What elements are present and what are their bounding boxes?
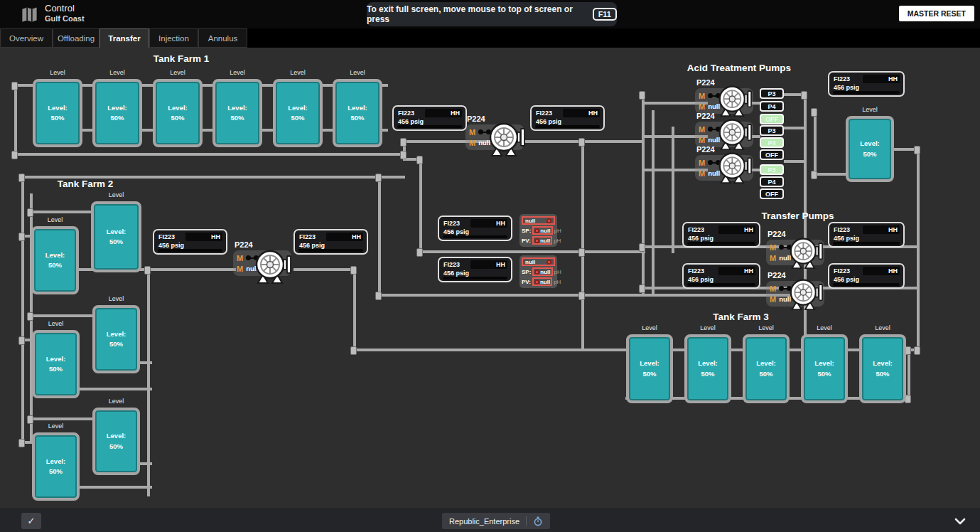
fi-trend-bar [443,235,507,238]
tf1-tank-2[interactable]: Level Level:50% [92,69,142,147]
tank-body: Level:50% [626,334,673,403]
centrifugal-pump-icon[interactable] [787,235,824,270]
pipe-joint [639,284,645,293]
pipe-segment [652,110,655,297]
flow-indicator-mid-2[interactable]: FI223HH 456 psig [438,257,512,282]
app-title: Control [45,3,75,14]
pipe-joint [375,174,382,182]
tf1-tank-1[interactable]: Level Level:50% [33,69,82,147]
centrifugal-pump-icon[interactable] [716,150,753,184]
flow-indicator-tf1-outlet[interactable]: FI223HH 456 psig [530,105,605,131]
pump-transfer-1[interactable]: P224 M MnullHz [766,230,837,265]
tf3-tank-1[interactable]: Level Level:50% [626,324,673,403]
centrifugal-pump-icon[interactable] [253,248,293,284]
flow-indicator-tf1-inlet[interactable]: FI223HH 456 psig [392,105,467,131]
stopwatch-icon [533,516,543,526]
alarm-badge-hh: HH [718,267,755,275]
acid-pump3-p3-button[interactable]: P3 [760,164,784,175]
centrifugal-pump-icon[interactable] [487,120,527,157]
acid-pump3-off-button[interactable]: OFF [760,188,784,199]
tf2-tank-3[interactable]: Level Level:50% [92,295,140,373]
fi-trend-bar [397,125,462,128]
centrifugal-pump-icon[interactable] [787,277,824,311]
pipe-segment [21,176,24,443]
alarm-badge-hh: HH [425,109,462,117]
tf2-tank-1[interactable]: Level Level:50% [91,191,141,272]
ph-alarm-value[interactable]: null [522,257,555,266]
tank-caption: Level [700,324,716,333]
pipe-segment [804,93,807,351]
master-reset-button[interactable]: MASTER RESET [899,6,974,21]
tf1-tank-4[interactable]: Level Level:50% [212,69,262,147]
pv-value[interactable]: null [532,236,552,245]
acid-pump1-p3-button[interactable]: P3 [760,88,784,99]
alarm-badge-hh: HH [185,233,222,241]
tf2-tank-4[interactable]: Level Level:50% [32,320,80,398]
pipe-joint [375,292,382,300]
tf1-tank-3[interactable]: Level Level:50% [153,69,203,147]
pipe-joint [18,439,25,447]
tf3-tank-4[interactable]: Level Level:50% [801,324,848,403]
flow-indicator-acid-tank[interactable]: FI223HH 456 psig [828,71,905,97]
ph-unit: pH [554,228,561,234]
fi-trend-bar [833,91,900,94]
pipe-joint [914,146,920,154]
sp-value[interactable]: null [532,226,552,235]
alarm-badge-hh: HH [326,233,363,241]
app-subtitle: Gulf Coast [45,14,85,23]
pump-acid-3[interactable]: P224 M MnullHz [695,145,766,181]
tab-overview[interactable]: Overview [0,28,53,48]
tab-transfer[interactable]: Transfer [99,28,149,48]
acid-tank[interactable]: Level Level:50% [846,106,894,182]
flow-indicator-tf2-outlet[interactable]: FI223HH 456 psig [294,229,368,255]
pump-acid-1[interactable]: P224 M MnullHz [695,78,766,114]
pipe-segment [14,84,17,156]
acknowledge-button[interactable]: ✓ [21,513,41,529]
tf2-tank-2[interactable]: Level Level:50% [31,216,79,294]
pump-acid-2[interactable]: P224 M MnullHz [695,112,766,147]
flow-indicator-transfer-1-inlet[interactable]: FI223HH 456 psig [682,222,760,248]
pipe-joint [18,233,25,241]
pipe-segment [80,486,152,489]
pv-value[interactable]: null [532,277,552,286]
process-canvas: Tank Farm 1 Tank Farm 2 Tank Farm 3 Acid… [0,48,980,509]
expand-panel-button[interactable] [953,514,967,528]
flow-indicator-transfer-2-outlet[interactable]: FI223HH 456 psig [828,263,905,289]
tank-body: Level:50% [212,79,262,147]
tank-body: Level:50% [153,79,203,147]
tf2-tank-6[interactable]: Level Level:50% [32,422,80,501]
fi-trend-bar [833,283,900,286]
fullscreen-notice: To exit full screen, move mouse to top o… [367,2,617,26]
tank-body: Level:50% [801,334,848,403]
tab-injection[interactable]: Injection [149,28,198,48]
flow-indicator-tf2-inlet[interactable]: FI223HH 456 psig [153,229,227,255]
tf1-tank-5[interactable]: Level Level:50% [273,69,323,147]
acid-pump2-p4-button[interactable]: P4 [760,137,784,148]
tab-annulus[interactable]: Annulus [198,28,247,48]
acid-pump1-p4-button[interactable]: P4 [760,101,784,112]
pump-tf1[interactable]: P224 M MnullHz [465,115,537,150]
ph-alarm-value[interactable]: null [522,216,555,225]
tank-caption: Level [170,69,185,78]
fi-trend-bar [687,283,755,286]
pipe-segment [672,127,674,253]
acid-pump1-off-button[interactable]: OFF [760,114,784,124]
flow-indicator-transfer-2-inlet[interactable]: FI223HH 456 psig [682,263,760,289]
tf1-tank-6[interactable]: Level Level:50% [333,69,382,147]
pump-tf2[interactable]: P224 M MnullHz [233,240,304,276]
tab-offloading[interactable]: Offloading [53,28,99,48]
flow-indicator-mid-1[interactable]: FI223HH 456 psig [438,216,512,241]
gateway-connection-pill[interactable]: Republic_Enterprise [442,513,550,529]
flow-indicator-transfer-1-outlet[interactable]: FI223HH 456 psig [828,222,905,248]
tf3-tank-2[interactable]: Level Level:50% [684,324,731,403]
tank-caption: Level [758,324,774,333]
acid-pump2-p3-button[interactable]: P3 [760,125,784,136]
pump-transfer-2[interactable]: P224 M MnullHz [766,271,837,307]
acid-pump3-p4-button[interactable]: P4 [760,176,784,187]
tf3-tank-3[interactable]: Level Level:50% [743,324,790,403]
tf2-tank-5[interactable]: Level Level:50% [92,398,140,475]
sp-value[interactable]: null [532,267,552,276]
tank-body: Level:50% [33,79,82,147]
acid-pump2-off-button[interactable]: OFF [760,149,784,160]
tf3-tank-5[interactable]: Level Level:50% [859,324,906,403]
